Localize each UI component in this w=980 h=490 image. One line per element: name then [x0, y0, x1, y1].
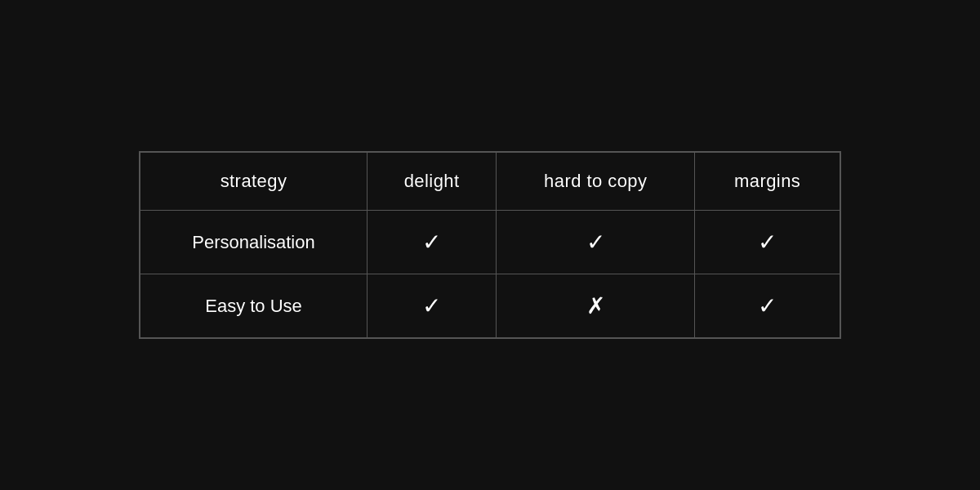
- row1-hard-to-copy: ✓: [497, 211, 695, 274]
- row1-strategy: Personalisation: [140, 211, 368, 274]
- row2-delight: ✓: [368, 274, 497, 338]
- check-icon: ✓: [422, 293, 441, 318]
- row1-delight: ✓: [368, 211, 497, 274]
- comparison-table: strategy delight hard to copy margins Pe…: [139, 151, 841, 339]
- header-row: strategy delight hard to copy margins: [140, 153, 840, 211]
- header-delight: delight: [368, 153, 497, 211]
- row1-margins: ✓: [695, 211, 840, 274]
- check-icon: ✓: [758, 229, 777, 255]
- row2-margins: ✓: [695, 274, 840, 338]
- check-icon: ✓: [758, 293, 777, 318]
- cross-icon: ✗: [586, 293, 605, 318]
- row2-strategy: Easy to Use: [140, 274, 368, 338]
- header-margins: margins: [695, 153, 840, 211]
- table-row: Personalisation ✓ ✓ ✓: [140, 211, 840, 274]
- check-icon: ✓: [422, 229, 441, 255]
- header-hard-to-copy: hard to copy: [497, 153, 695, 211]
- table-row: Easy to Use ✓ ✗ ✓: [140, 274, 840, 338]
- row2-hard-to-copy: ✗: [497, 274, 695, 338]
- check-icon: ✓: [586, 229, 605, 255]
- header-strategy: strategy: [140, 153, 368, 211]
